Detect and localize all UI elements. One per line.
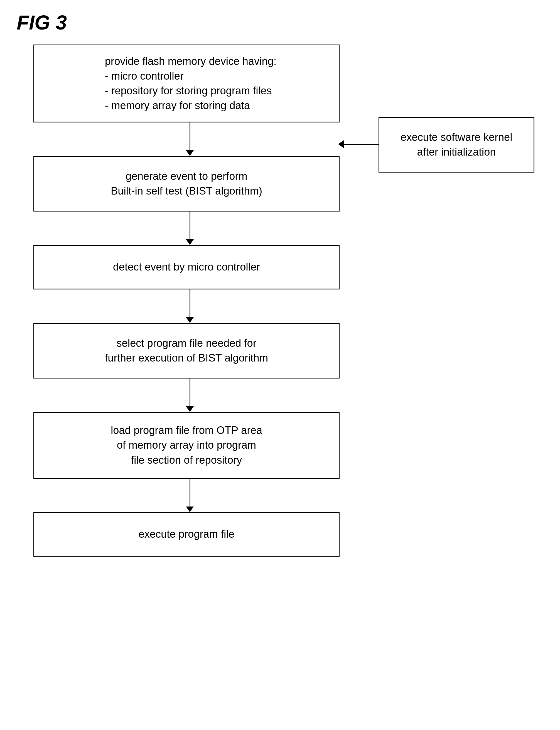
- box-generate-event: generate event to perform Built-in self …: [33, 156, 340, 212]
- arrow-2: [186, 212, 194, 245]
- box-provide-flash: provide flash memory device having: - mi…: [33, 45, 340, 122]
- arrow-5: [186, 479, 194, 512]
- page-title: FIG 3: [17, 11, 67, 34]
- feedback-arrowhead: [338, 140, 344, 148]
- box-select-program: select program file needed for further e…: [33, 323, 340, 378]
- box-execute-program: execute program file: [33, 512, 340, 557]
- arrow-1: [186, 122, 194, 156]
- box-execute-kernel: execute software kernel after initializa…: [379, 117, 534, 173]
- diagram-container: provide flash memory device having: - mi…: [17, 36, 546, 721]
- feedback-horizontal-line: [340, 144, 379, 145]
- box-detect-event: detect event by micro controller: [33, 245, 340, 289]
- arrow-4: [186, 378, 194, 412]
- box-load-program: load program file from OTP area of memor…: [33, 412, 340, 479]
- arrow-3: [186, 289, 194, 323]
